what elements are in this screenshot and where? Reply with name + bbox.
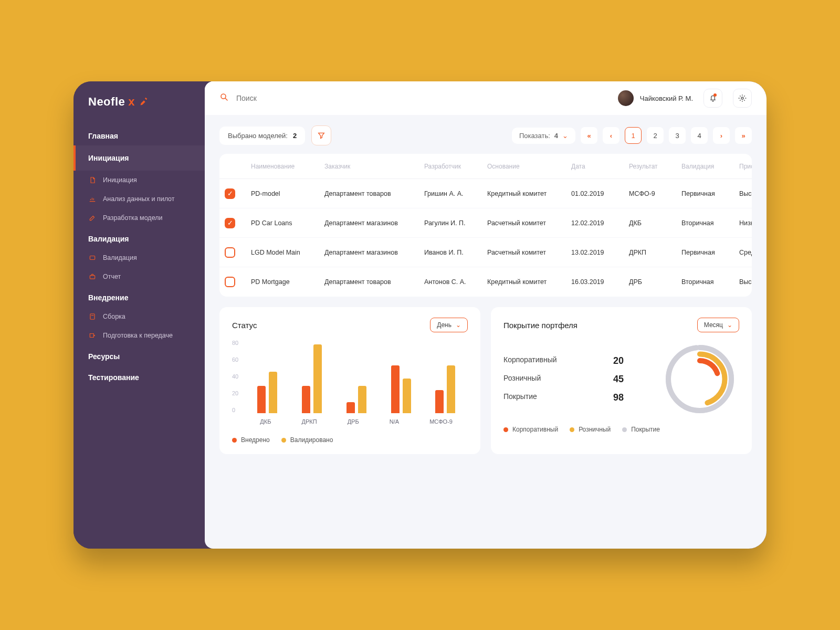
status-period-select[interactable]: День ⌄ xyxy=(430,318,468,332)
page-first-button[interactable]: « xyxy=(581,127,597,144)
table-row[interactable]: ✓PD Car LoansДепартамент магазиновРагули… xyxy=(219,208,752,238)
page-prev-button[interactable]: ‹ xyxy=(603,127,620,144)
sidebar-item[interactable]: Отчет xyxy=(74,267,205,286)
search-box xyxy=(219,92,607,104)
cell-basis: Расчетный комитет xyxy=(487,249,571,256)
coverage-period-select[interactable]: Месяц ⌄ xyxy=(697,318,739,332)
page-number-button[interactable]: 3 xyxy=(669,127,686,144)
cell-developer: Антонов С. А. xyxy=(424,278,487,286)
settings-button[interactable] xyxy=(733,89,752,108)
nav-section-main[interactable]: Главная xyxy=(74,124,205,145)
table-row[interactable]: ✓PD-modelДепартамент товаровГришин А. А.… xyxy=(219,179,752,208)
briefcase-icon xyxy=(88,272,97,281)
svg-point-8 xyxy=(668,348,731,411)
sidebar-item[interactable]: Валидация xyxy=(74,248,205,267)
coverage-title: Покрытие портфеля xyxy=(503,321,578,330)
sidebar-item-label: Подготовка к передаче xyxy=(103,332,173,339)
table-row[interactable]: LGD Model MainДепартамент магазиновИвано… xyxy=(219,238,752,267)
legend-validated: Валидировано xyxy=(281,436,333,444)
filter-button[interactable] xyxy=(311,125,331,145)
selected-count-pill: Выбрано моделей: 2 xyxy=(219,127,305,145)
row-checkbox[interactable] xyxy=(225,277,235,287)
col-date[interactable]: Дата xyxy=(571,163,629,170)
row-checkbox[interactable]: ✓ xyxy=(225,188,235,199)
main-panel: Чайковский Р. М. Выбрано моделей: 2 Пока… xyxy=(205,81,766,549)
cell-customer: Департамент магазинов xyxy=(324,219,424,227)
chevron-down-icon: ⌄ xyxy=(562,132,568,140)
cell-customer: Департамент товаров xyxy=(324,190,424,197)
nav-section-deployment[interactable]: Внедрение xyxy=(74,286,205,307)
svg-point-6 xyxy=(741,97,743,99)
cell-date: 16.03.2019 xyxy=(571,278,629,286)
bar-group xyxy=(391,365,411,413)
coverage-metric-row: Розничный45 xyxy=(503,374,645,385)
col-developer[interactable]: Разработчик xyxy=(424,163,487,170)
cell-priority: Средний xyxy=(739,249,752,256)
nav-section-testing[interactable]: Тестирование xyxy=(74,366,205,387)
page-last-button[interactable]: » xyxy=(735,127,752,144)
sidebar-item[interactable]: Инициация xyxy=(74,171,205,190)
col-customer[interactable]: Заказчик xyxy=(324,163,424,170)
sidebar-item-label: Разработка модели xyxy=(103,214,162,222)
bar-group xyxy=(435,365,455,413)
col-basis[interactable]: Основание xyxy=(487,163,571,170)
models-table: Наименование Заказчик Разработчик Основа… xyxy=(219,154,752,297)
metric-label: Корпоративный xyxy=(503,355,557,366)
svg-rect-1 xyxy=(90,276,94,279)
cell-date: 12.02.2019 xyxy=(571,219,629,227)
table-header: Наименование Заказчик Разработчик Основа… xyxy=(219,154,752,179)
badge-icon xyxy=(88,254,97,262)
cell-developer: Иванов И. П. xyxy=(424,249,487,256)
brand-logo: Neoflex xyxy=(74,95,205,124)
cell-result: ДРБ xyxy=(629,278,681,286)
page-next-button[interactable]: › xyxy=(713,127,730,144)
bar xyxy=(435,390,444,413)
x-tick: ДРКП xyxy=(301,418,317,425)
search-input[interactable] xyxy=(236,94,341,102)
bar xyxy=(269,372,277,413)
legend-deployed: Внедрено xyxy=(232,436,270,444)
bar-group xyxy=(302,344,322,413)
table-row[interactable]: PD MortgageДепартамент товаровАнтонов С.… xyxy=(219,267,752,297)
page-number-button[interactable]: 4 xyxy=(691,127,708,144)
sidebar-item-label: Сборка xyxy=(103,313,125,320)
bar xyxy=(257,386,266,414)
page-number-button[interactable]: 2 xyxy=(647,127,664,144)
col-result[interactable]: Результат xyxy=(629,163,681,170)
sidebar-item[interactable]: Подготовка к передаче xyxy=(74,326,205,345)
x-tick: МСФО-9 xyxy=(429,418,453,425)
pager: Показать: 4 ⌄ « ‹ 1234 › » xyxy=(512,127,752,144)
coverage-card: Покрытие портфеля Месяц ⌄ Корпоративный2… xyxy=(491,307,752,454)
metric-value: 20 xyxy=(613,355,645,366)
cell-priority: Низкий xyxy=(739,219,752,227)
sidebar-item[interactable]: Разработка модели xyxy=(74,208,205,227)
notifications-button[interactable] xyxy=(704,89,722,108)
y-tick: 40 xyxy=(232,373,238,380)
cell-date: 01.02.2019 xyxy=(571,190,629,197)
send-icon xyxy=(88,331,97,340)
row-checkbox[interactable]: ✓ xyxy=(225,218,235,228)
y-tick: 60 xyxy=(232,356,238,363)
nav-section-validation[interactable]: Валидация xyxy=(74,227,205,248)
col-priority[interactable]: Приоритет xyxy=(739,163,752,170)
user-chip[interactable]: Чайковский Р. М. xyxy=(618,90,693,106)
row-checkbox[interactable] xyxy=(225,247,235,258)
cell-name: PD Mortgage xyxy=(251,278,324,286)
sidebar-item[interactable]: Анализ данных и пилот xyxy=(74,190,205,208)
col-validation[interactable]: Валидация xyxy=(681,163,739,170)
page-size-select[interactable]: Показать: 4 ⌄ xyxy=(512,128,575,144)
sidebar-item[interactable]: Сборка xyxy=(74,307,205,326)
bar xyxy=(302,386,310,414)
status-bar-chart: 806040200 ДКБДРКПДРБN/AМСФО-9 xyxy=(232,340,468,429)
y-tick: 80 xyxy=(232,340,238,346)
bar xyxy=(313,344,322,413)
svg-line-5 xyxy=(225,98,227,100)
nav-section-initiation[interactable]: Инициация xyxy=(74,145,205,171)
col-name[interactable]: Наименование xyxy=(251,163,324,170)
nav-section-resources[interactable]: Ресурсы xyxy=(74,345,205,366)
legend-retail: Розничный xyxy=(570,426,611,433)
bar xyxy=(391,365,400,413)
cell-result: ДРКП xyxy=(629,249,681,256)
cell-name: PD-model xyxy=(251,190,324,197)
page-number-button[interactable]: 1 xyxy=(625,127,642,144)
